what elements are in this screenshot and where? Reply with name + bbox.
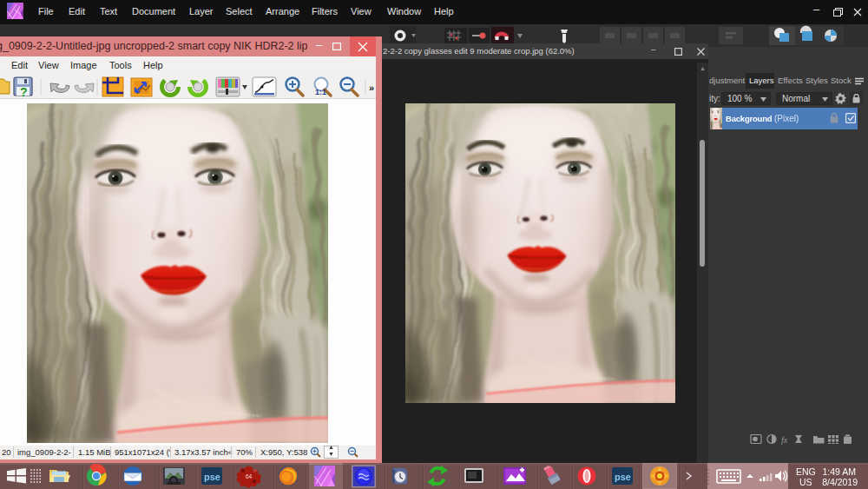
svg-text:?: ? — [20, 85, 28, 98]
svg-text:pse: pse — [615, 472, 631, 482]
svg-text:1:49 AM: 1:49 AM — [822, 466, 856, 477]
svg-text:64: 64 — [246, 473, 253, 479]
svg-text:ENG: ENG — [796, 466, 816, 477]
svg-text:»: » — [369, 83, 374, 93]
svg-text:US: US — [799, 477, 812, 487]
svg-text:pse: pse — [204, 472, 220, 482]
svg-text:1:1: 1:1 — [315, 88, 326, 96]
svg-text:fx: fx — [781, 435, 788, 445]
svg-text:8/4/2019: 8/4/2019 — [822, 477, 858, 487]
